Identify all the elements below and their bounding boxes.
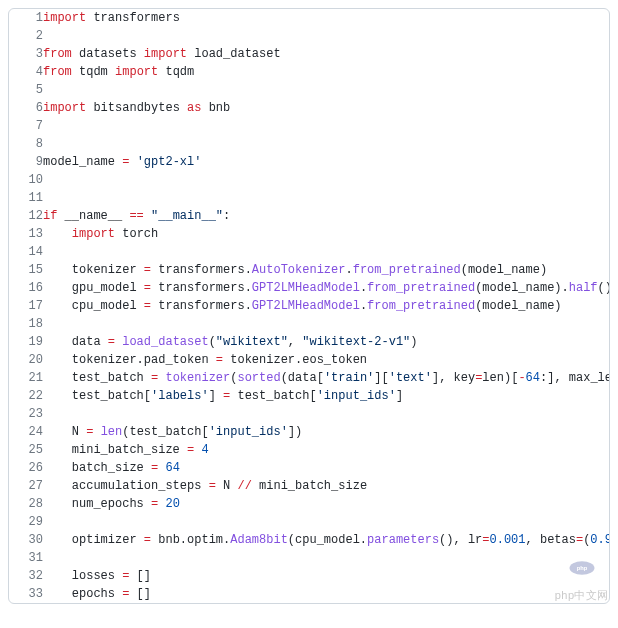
code-line: 20 tokenizer.pad_token = tokenizer.eos_t… <box>9 351 610 369</box>
line-content: from tqdm import tqdm <box>43 63 610 81</box>
line-number: 9 <box>9 153 43 171</box>
line-number: 33 <box>9 585 43 603</box>
line-content <box>43 513 610 531</box>
line-content <box>43 189 610 207</box>
line-content <box>43 171 610 189</box>
code-line: 24 N = len(test_batch['input_ids']) <box>9 423 610 441</box>
line-number: 1 <box>9 9 43 27</box>
line-content: num_epochs = 20 <box>43 495 610 513</box>
code-line: 11 <box>9 189 610 207</box>
code-line: 26 batch_size = 64 <box>9 459 610 477</box>
line-content: epochs = [] <box>43 585 610 603</box>
code-line: 18 <box>9 315 610 333</box>
code-line: 14 <box>9 243 610 261</box>
line-content: gpu_model = transformers.GPT2LMHeadModel… <box>43 279 610 297</box>
code-line: 19 data = load_dataset("wikitext", "wiki… <box>9 333 610 351</box>
code-line: 23 <box>9 405 610 423</box>
line-content <box>43 27 610 45</box>
code-line: 31 <box>9 549 610 567</box>
code-line: 9model_name = 'gpt2-xl' <box>9 153 610 171</box>
line-content: test_batch = tokenizer(sorted(data['trai… <box>43 369 610 387</box>
line-number: 2 <box>9 27 43 45</box>
line-content: batch_size = 64 <box>43 459 610 477</box>
line-content: optimizer = bnb.optim.Adam8bit(cpu_model… <box>43 531 610 549</box>
line-content: losses = [] <box>43 567 610 585</box>
line-number: 17 <box>9 297 43 315</box>
code-line: 33 epochs = [] <box>9 585 610 603</box>
line-content <box>43 405 610 423</box>
code-line: 4from tqdm import tqdm <box>9 63 610 81</box>
line-number: 28 <box>9 495 43 513</box>
line-number: 3 <box>9 45 43 63</box>
line-number: 5 <box>9 81 43 99</box>
line-number: 27 <box>9 477 43 495</box>
line-number: 7 <box>9 117 43 135</box>
code-line: 22 test_batch['labels'] = test_batch['in… <box>9 387 610 405</box>
line-number: 11 <box>9 189 43 207</box>
line-number: 14 <box>9 243 43 261</box>
code-table: 1import transformers2 3from datasets imp… <box>9 9 610 603</box>
line-content: tokenizer = transformers.AutoTokenizer.f… <box>43 261 610 279</box>
code-line: 2 <box>9 27 610 45</box>
line-content <box>43 135 610 153</box>
line-content: accumulation_steps = N // mini_batch_siz… <box>43 477 610 495</box>
code-line: 5 <box>9 81 610 99</box>
code-line: 21 test_batch = tokenizer(sorted(data['t… <box>9 369 610 387</box>
code-line: 25 mini_batch_size = 4 <box>9 441 610 459</box>
line-content <box>43 315 610 333</box>
code-line: 1import transformers <box>9 9 610 27</box>
line-number: 26 <box>9 459 43 477</box>
code-line: 29 <box>9 513 610 531</box>
line-number: 18 <box>9 315 43 333</box>
line-number: 22 <box>9 387 43 405</box>
code-line: 28 num_epochs = 20 <box>9 495 610 513</box>
line-content: model_name = 'gpt2-xl' <box>43 153 610 171</box>
line-number: 10 <box>9 171 43 189</box>
code-line: 7 <box>9 117 610 135</box>
line-number: 6 <box>9 99 43 117</box>
line-number: 13 <box>9 225 43 243</box>
code-line: 16 gpu_model = transformers.GPT2LMHeadMo… <box>9 279 610 297</box>
line-content <box>43 549 610 567</box>
line-content: cpu_model = transformers.GPT2LMHeadModel… <box>43 297 610 315</box>
line-content: N = len(test_batch['input_ids']) <box>43 423 610 441</box>
line-content: from datasets import load_dataset <box>43 45 610 63</box>
line-content: import torch <box>43 225 610 243</box>
line-number: 31 <box>9 549 43 567</box>
line-number: 15 <box>9 261 43 279</box>
line-number: 21 <box>9 369 43 387</box>
code-line: 30 optimizer = bnb.optim.Adam8bit(cpu_mo… <box>9 531 610 549</box>
line-number: 19 <box>9 333 43 351</box>
line-number: 30 <box>9 531 43 549</box>
line-content: test_batch['labels'] = test_batch['input… <box>43 387 610 405</box>
line-content <box>43 243 610 261</box>
line-number: 16 <box>9 279 43 297</box>
line-number: 29 <box>9 513 43 531</box>
code-line: 3from datasets import load_dataset <box>9 45 610 63</box>
line-content: data = load_dataset("wikitext", "wikitex… <box>43 333 610 351</box>
line-number: 4 <box>9 63 43 81</box>
line-number: 12 <box>9 207 43 225</box>
line-number: 8 <box>9 135 43 153</box>
line-number: 23 <box>9 405 43 423</box>
code-block: 1import transformers2 3from datasets imp… <box>8 8 610 604</box>
code-line: 13 import torch <box>9 225 610 243</box>
line-number: 25 <box>9 441 43 459</box>
line-content: mini_batch_size = 4 <box>43 441 610 459</box>
line-content: import bitsandbytes as bnb <box>43 99 610 117</box>
code-line: 27 accumulation_steps = N // mini_batch_… <box>9 477 610 495</box>
code-line: 8 <box>9 135 610 153</box>
line-content <box>43 81 610 99</box>
line-number: 32 <box>9 567 43 585</box>
line-number: 20 <box>9 351 43 369</box>
line-content: if __name__ == "__main__": <box>43 207 610 225</box>
code-line: 10 <box>9 171 610 189</box>
line-number: 24 <box>9 423 43 441</box>
code-line: 32 losses = [] <box>9 567 610 585</box>
code-line: 12if __name__ == "__main__": <box>9 207 610 225</box>
line-content <box>43 117 610 135</box>
line-content: tokenizer.pad_token = tokenizer.eos_toke… <box>43 351 610 369</box>
code-line: 15 tokenizer = transformers.AutoTokenize… <box>9 261 610 279</box>
code-line: 17 cpu_model = transformers.GPT2LMHeadMo… <box>9 297 610 315</box>
code-line: 6import bitsandbytes as bnb <box>9 99 610 117</box>
